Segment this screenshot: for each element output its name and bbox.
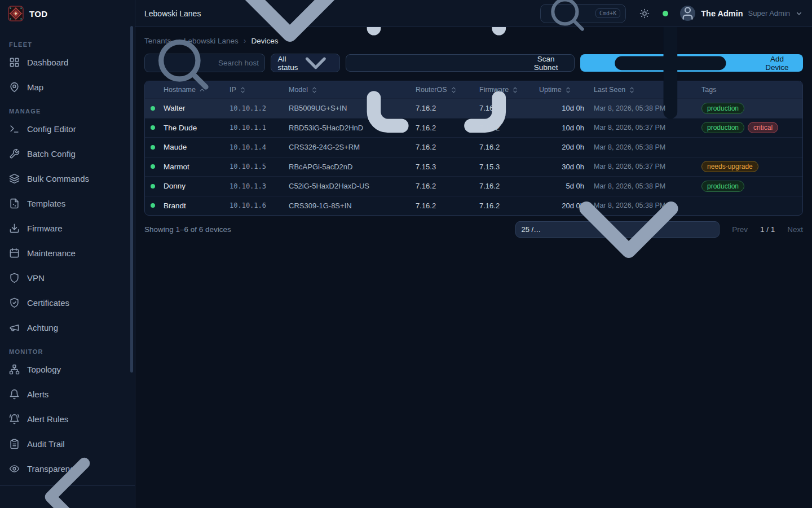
- sidebar-item-map[interactable]: Map: [0, 75, 135, 99]
- user-icon: [680, 6, 695, 21]
- breadcrumb-item-devices[interactable]: Devices: [251, 37, 278, 45]
- cell-ip: 10.10.1.4: [226, 143, 285, 151]
- status-cell: [145, 203, 160, 208]
- pagination: 25 /… Prev 1 / 1 Next: [515, 221, 804, 238]
- cell-ip: 10.10.1.3: [226, 182, 285, 190]
- column-header-label: Firmware: [479, 86, 509, 94]
- global-search[interactable]: Search... Cmd+K: [540, 4, 626, 23]
- prev-page-button[interactable]: Prev: [732, 225, 748, 234]
- status-online-dot: [151, 145, 155, 150]
- sidebar-item-achtung[interactable]: Achtung: [0, 315, 135, 340]
- next-page-button[interactable]: Next: [787, 225, 803, 234]
- cell-hostname: The Dude: [160, 124, 226, 132]
- keyboard-shortcut-badge: Cmd+K: [595, 8, 620, 18]
- column-header-firmware[interactable]: Firmware: [476, 86, 536, 94]
- column-header-label: Model: [289, 86, 308, 94]
- chevron-down-icon: [795, 10, 803, 17]
- cell-hostname: Brandt: [160, 202, 226, 210]
- column-header-label: Tags: [701, 86, 716, 94]
- app-root: TOD FLEETDashboardMapMANAGEConfig Editor…: [0, 0, 812, 508]
- sidebar-item-bulk-commands[interactable]: Bulk Commands: [0, 166, 135, 191]
- sidebar-item-label: Templates: [27, 199, 65, 208]
- sort-icon: [311, 86, 318, 94]
- bell-ring-icon: [9, 414, 20, 424]
- sidebar-item-certificates[interactable]: Certificates: [0, 290, 135, 315]
- map-pin-icon: [9, 82, 20, 93]
- terminal-icon: [9, 124, 20, 134]
- sidebar-item-vpn[interactable]: VPN: [0, 265, 135, 290]
- page-size-select[interactable]: 25 /…: [515, 221, 720, 238]
- cell-tags: productioncritical: [695, 122, 802, 133]
- sidebar-nav: FLEETDashboardMapMANAGEConfig EditorBatc…: [0, 27, 135, 485]
- app-logo[interactable]: TOD: [0, 0, 135, 27]
- search-icon: [151, 32, 214, 95]
- column-header-label: RouterOS: [416, 86, 447, 94]
- cell-ip: 10.10.1.1: [226, 124, 285, 132]
- file-icon: [9, 198, 20, 209]
- status-filter-select[interactable]: All status: [271, 54, 341, 72]
- sidebar-item-maintenance[interactable]: Maintenance: [0, 240, 135, 265]
- user-menu-button[interactable]: [795, 10, 803, 17]
- cell-firmware: 7.16.2: [476, 202, 536, 210]
- sidebar-collapse-button[interactable]: [0, 485, 135, 508]
- column-header-uptime[interactable]: Uptime: [536, 86, 588, 94]
- sidebar-section-label: MONITOR: [9, 348, 126, 355]
- column-header-label: Hostname: [164, 86, 196, 94]
- cell-last-seen: Mar 8, 2026, 05:37 PM: [588, 124, 695, 132]
- cell-firmware: 7.16.2: [476, 124, 536, 132]
- cell-model: RBD53iG-5HacD2HnD: [285, 124, 412, 132]
- sidebar-item-alerts[interactable]: Alerts: [0, 382, 135, 406]
- cell-firmware: 7.16.2: [476, 143, 536, 151]
- column-header-hostname[interactable]: Hostname: [160, 86, 226, 94]
- add-device-button[interactable]: Add Device: [580, 54, 803, 72]
- cell-ip: 10.10.1.2: [226, 104, 285, 112]
- cell-model: CRS326-24G-2S+RM: [285, 143, 412, 151]
- cell-hostname: Marmot: [160, 163, 226, 171]
- cell-model: RBcAPGi-5acD2nD: [285, 163, 412, 171]
- topbar-right: Search... Cmd+K The Admin Super Admin: [540, 4, 803, 23]
- page-indicator: 1 / 1: [760, 225, 775, 234]
- sidebar-item-alert-rules[interactable]: Alert Rules: [0, 406, 135, 431]
- scan-subnet-button[interactable]: Scan Subnet: [346, 54, 575, 72]
- table-controls: All status Scan Subnet Add Device: [144, 54, 803, 72]
- sidebar-item-label: VPN: [27, 273, 45, 283]
- action-buttons: Scan Subnet Add Device: [346, 54, 803, 72]
- topbar: Lebowski Lanes Search... Cmd+K The Admin…: [135, 0, 812, 27]
- sidebar-item-firmware[interactable]: Firmware: [0, 216, 135, 240]
- cell-routeros: 7.15.3: [412, 163, 476, 171]
- cell-firmware: 7.16.2: [476, 182, 536, 190]
- sidebar-item-label: Batch Config: [27, 149, 76, 159]
- sidebar-item-label: Config Editor: [27, 124, 76, 134]
- sidebar-item-dashboard[interactable]: Dashboard: [0, 50, 135, 75]
- sidebar-item-templates[interactable]: Templates: [0, 191, 135, 216]
- column-header-model[interactable]: Model: [285, 86, 412, 94]
- cell-routeros: 7.16.2: [412, 143, 476, 151]
- avatar[interactable]: [680, 6, 695, 21]
- sidebar-item-batch-config[interactable]: Batch Config: [0, 141, 135, 166]
- layers-icon: [9, 173, 20, 184]
- app-title: TOD: [29, 9, 48, 19]
- sidebar-scrollbar[interactable]: [130, 26, 133, 373]
- scan-subnet-label: Scan Subnet: [524, 55, 567, 72]
- sidebar-item-config-editor[interactable]: Config Editor: [0, 116, 135, 141]
- device-search-input[interactable]: [218, 59, 259, 67]
- sidebar-item-label: Dashboard: [27, 58, 68, 67]
- rug-logo-icon: [8, 6, 24, 21]
- tenant-selector-label: Lebowski Lanes: [144, 9, 201, 18]
- column-header-ip[interactable]: IP: [226, 86, 285, 94]
- sort-icon: [239, 86, 246, 94]
- breadcrumb-separator-icon: ›: [244, 36, 246, 45]
- device-search-box[interactable]: [144, 54, 265, 72]
- chevron-down-icon: [298, 46, 333, 81]
- column-header-routeros[interactable]: RouterOS: [412, 86, 476, 94]
- cell-hostname: Maude: [160, 143, 226, 151]
- connection-status-dot: [663, 11, 668, 16]
- status-online-dot: [151, 203, 155, 208]
- sidebar-item-topology[interactable]: Topology: [0, 357, 135, 382]
- column-header-last_seen[interactable]: Last Seen: [588, 86, 695, 94]
- chevron-left-icon: [0, 430, 135, 508]
- cell-model: C52iG-5HaxD2HaxD-US: [285, 182, 412, 190]
- theme-toggle-button[interactable]: [639, 8, 650, 19]
- sun-icon: [639, 8, 650, 19]
- cell-model: RB5009UG+S+IN: [285, 104, 412, 112]
